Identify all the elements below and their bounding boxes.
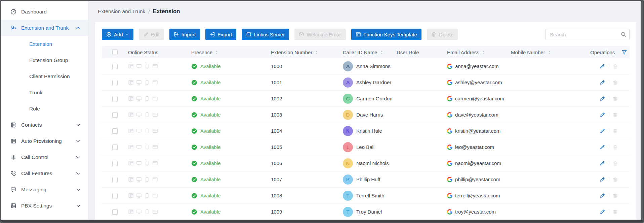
- sidebar-item-pbx-settings[interactable]: PBX Settings: [1, 198, 88, 214]
- table-row[interactable]: Available1008TTerrell Smithterrell@yeast…: [102, 188, 630, 204]
- delete-row-button[interactable]: [612, 177, 618, 182]
- row-checkbox[interactable]: [112, 177, 118, 182]
- sidebar-item-client-permission[interactable]: Client Permission: [1, 68, 88, 85]
- edit-row-button[interactable]: [600, 128, 605, 134]
- table-row[interactable]: Available1001AAshley Gardnerashley@yeast…: [102, 74, 630, 91]
- row-checkbox[interactable]: [112, 64, 118, 69]
- row-checkbox[interactable]: [112, 209, 118, 215]
- delete-row-button[interactable]: [612, 80, 618, 85]
- row-checkbox[interactable]: [112, 161, 118, 166]
- delete-button[interactable]: Delete: [427, 29, 458, 40]
- table-row[interactable]: Available1007PPhillip Huffphillip@yeasta…: [102, 171, 630, 188]
- row-checkbox[interactable]: [112, 128, 118, 134]
- sort-icon[interactable]: [214, 50, 219, 55]
- column-header-email-address[interactable]: Email Address: [447, 50, 511, 55]
- web-client-icon: [152, 63, 158, 69]
- google-icon: [447, 80, 452, 85]
- cell-caller-id-name: KKristin Hale: [343, 126, 397, 136]
- device-status-icons: [128, 112, 158, 118]
- edit-row-button[interactable]: [600, 144, 605, 150]
- google-icon: [447, 161, 452, 166]
- chevron-down-icon: [75, 138, 81, 144]
- delete-row-button[interactable]: [612, 209, 618, 215]
- edit-row-button[interactable]: [600, 209, 605, 215]
- table-row[interactable]: Available1006NNaomi Nicholsnaomi@yeastar…: [102, 155, 630, 171]
- sidebar-item-extension-and-trunk[interactable]: Extension and Trunk: [1, 20, 88, 36]
- delete-row-button[interactable]: [612, 161, 618, 166]
- sidebar-item-messaging[interactable]: Messaging: [1, 182, 88, 198]
- cell-online-status: [128, 63, 191, 69]
- table-row[interactable]: Available1000AAnna Simmonsanna@yeastar.c…: [102, 58, 630, 74]
- sidebar-item-extension-group[interactable]: Extension Group: [1, 52, 88, 68]
- search-icon[interactable]: [620, 31, 627, 39]
- row-checkbox[interactable]: [112, 96, 118, 101]
- breadcrumb-parent[interactable]: Extension and Trunk: [98, 8, 145, 14]
- row-checkbox[interactable]: [112, 80, 118, 85]
- table-row[interactable]: Available1003DDave Harrisdave@yeastar.co…: [102, 107, 630, 123]
- column-header-caller-id-name[interactable]: Caller ID Name: [343, 50, 397, 55]
- cell-select: [102, 128, 128, 134]
- delete-row-button[interactable]: [612, 193, 618, 198]
- sort-icon[interactable]: [314, 50, 319, 55]
- operations-divider: [609, 64, 609, 69]
- table-header-row: Online StatusPresenceExtension NumberCal…: [102, 46, 630, 58]
- edit-row-button[interactable]: [600, 160, 605, 166]
- delete-row-button[interactable]: [612, 96, 618, 101]
- import-button[interactable]: Import: [169, 29, 200, 40]
- chevron-down-icon: [75, 122, 81, 128]
- delete-row-button[interactable]: [612, 145, 618, 150]
- linkus-server-button[interactable]: Linkus Server: [242, 29, 289, 40]
- column-header-extension-number[interactable]: Extension Number: [271, 50, 343, 55]
- device-status-icons: [128, 209, 158, 215]
- cell-email-address: naomi@yeastar.com: [447, 160, 511, 166]
- search-input[interactable]: [546, 29, 630, 40]
- select-all-checkbox[interactable]: [112, 50, 118, 55]
- table-row[interactable]: Available1002CCarmen Gordoncarmen@yeasta…: [102, 91, 630, 107]
- welcome-email-button[interactable]: Welcome Email: [294, 29, 346, 40]
- column-header-mobile-number[interactable]: Mobile Number: [511, 50, 590, 55]
- edit-row-button[interactable]: [600, 63, 605, 69]
- desktop-icon: [136, 177, 142, 182]
- edit-button[interactable]: Edit: [139, 29, 164, 40]
- google-icon: [447, 64, 452, 69]
- edit-row-button[interactable]: [600, 79, 605, 85]
- table-row[interactable]: Available1004KKristin Halekristin@yeasta…: [102, 123, 630, 139]
- sidebar-item-contacts[interactable]: Contacts: [1, 117, 88, 133]
- delete-row-button[interactable]: [612, 128, 618, 134]
- sidebar-item-role[interactable]: Role: [1, 101, 88, 117]
- table-row[interactable]: Available1005LLeo Ballleo@yeastar.com: [102, 139, 630, 155]
- row-checkbox[interactable]: [112, 112, 118, 118]
- sort-icon[interactable]: [481, 50, 486, 55]
- edit-row-button[interactable]: [600, 177, 605, 182]
- table-row[interactable]: Available1009TTroy Danieltroy@yeastar.co…: [102, 204, 630, 220]
- cell-email-address: kristin@yeastar.com: [447, 128, 511, 134]
- sidebar-item-call-control[interactable]: Call Control: [1, 149, 88, 165]
- export-button[interactable]: Export: [205, 29, 236, 40]
- delete-row-button[interactable]: [612, 64, 618, 69]
- sidebar-item-extension[interactable]: Extension: [1, 36, 88, 52]
- edit-row-button[interactable]: [600, 112, 605, 118]
- column-header-presence[interactable]: Presence: [191, 50, 271, 55]
- function-keys-template-button[interactable]: Function Keys Template: [351, 29, 421, 40]
- sidebar-item-auto-provisioning[interactable]: Auto Provisioning: [1, 133, 88, 149]
- sidebar-item-dashboard[interactable]: Dashboard: [1, 4, 88, 20]
- filter-icon[interactable]: [621, 50, 627, 55]
- edit-row-button[interactable]: [600, 193, 605, 198]
- row-checkbox[interactable]: [112, 145, 118, 150]
- chevron-up-icon: [75, 25, 81, 31]
- caller-id-name: Ashley Gardner: [356, 79, 391, 85]
- edit-row-button[interactable]: [600, 96, 605, 101]
- delete-row-button[interactable]: [612, 112, 618, 118]
- sort-icon[interactable]: [547, 50, 552, 55]
- avatar: K: [343, 126, 353, 136]
- sidebar-item-call-features[interactable]: Call Features: [1, 165, 88, 182]
- sidebar-item-trunk[interactable]: Trunk: [1, 85, 88, 101]
- cell-caller-id-name: AAshley Gardner: [343, 77, 397, 88]
- vertical-scrollbar[interactable]: [641, 1, 643, 222]
- add-button[interactable]: Add: [102, 29, 133, 40]
- sort-icon[interactable]: [379, 50, 384, 55]
- column-header-user-role: User Role: [397, 50, 447, 55]
- row-checkbox[interactable]: [112, 193, 118, 198]
- presence-status: Available: [200, 63, 221, 69]
- extension-number: 1007: [271, 177, 282, 182]
